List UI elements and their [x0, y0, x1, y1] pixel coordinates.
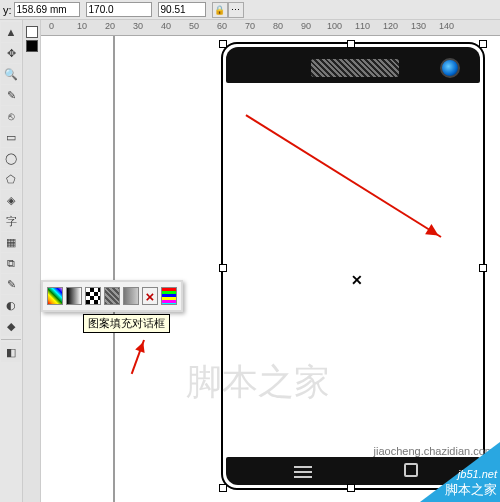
zoom-tool-icon[interactable]: 🔍: [1, 64, 21, 84]
basic-shapes-tool-icon[interactable]: ◈: [1, 190, 21, 210]
freehand-tool-icon[interactable]: ✎: [1, 85, 21, 105]
camera-icon: [440, 58, 460, 78]
color-swatch-white[interactable]: [26, 26, 38, 38]
color-docker-button[interactable]: [161, 287, 177, 305]
no-fill-button[interactable]: ×: [142, 287, 158, 305]
ruler-label: 130: [411, 21, 426, 31]
ruler-label: 30: [133, 21, 143, 31]
color-swatch-black[interactable]: [26, 40, 38, 52]
selection-handle[interactable]: [479, 264, 487, 272]
selection-handle[interactable]: [347, 484, 355, 492]
texture-fill-button[interactable]: [104, 287, 120, 305]
property-bar: y: 🔒 ⋯: [0, 0, 500, 20]
corner-main: 脚本之家: [445, 481, 497, 499]
canvas[interactable]: ✕ 脚本之家 jiaocheng.chazidian.com jb51.net …: [41, 36, 500, 502]
rectangle-tool-icon[interactable]: ▭: [1, 127, 21, 147]
ruler-label: 10: [77, 21, 87, 31]
uniform-fill-button[interactable]: [47, 287, 63, 305]
outline-tool-icon[interactable]: ◐: [1, 295, 21, 315]
ruler-label: 50: [189, 21, 199, 31]
object-center-icon: ✕: [351, 272, 363, 288]
annotation-arrow-icon: [131, 340, 145, 375]
obj-width-input[interactable]: [86, 2, 152, 17]
fountain-fill-button[interactable]: [66, 287, 82, 305]
text-tool-icon[interactable]: 字: [1, 211, 21, 231]
color-strip: [23, 20, 41, 502]
obj-options-button[interactable]: ⋯: [228, 2, 244, 18]
selection-handle[interactable]: [219, 264, 227, 272]
selection-handle[interactable]: [219, 484, 227, 492]
interactive-fill-tool-icon[interactable]: ◧: [1, 342, 21, 362]
lock-ratio-button[interactable]: 🔒: [212, 2, 228, 18]
pos-y-label: y:: [3, 4, 12, 16]
ruler-label: 110: [355, 21, 370, 31]
selection-handle[interactable]: [479, 40, 487, 48]
ruler-label: 80: [273, 21, 283, 31]
ruler-label: 70: [245, 21, 255, 31]
canvas-host: 0 10 20 30 40 50 60 70 80 90 100 110 120…: [41, 20, 500, 502]
watermark-text: 脚本之家: [186, 358, 466, 407]
page-edge: [113, 36, 115, 502]
ruler-label: 60: [217, 21, 227, 31]
ruler-label: 120: [383, 21, 398, 31]
artwork-phone[interactable]: ✕: [221, 42, 485, 490]
polygon-tool-icon[interactable]: ⬠: [1, 169, 21, 189]
home-icon: [404, 463, 418, 477]
tooltip: 图案填充对话框: [83, 314, 170, 333]
pos-y-input[interactable]: [14, 2, 80, 17]
ruler-label: 0: [49, 21, 54, 31]
shape-tool-icon[interactable]: ✥: [1, 43, 21, 63]
ellipse-tool-icon[interactable]: ◯: [1, 148, 21, 168]
menu-icon: [294, 466, 312, 478]
blend-tool-icon[interactable]: ⧉: [1, 253, 21, 273]
fill-tool-flyout[interactable]: ×: [41, 280, 183, 312]
toolbox: ▲ ✥ 🔍 ✎ ⎋ ▭ ◯ ⬠ ◈ 字 ▦ ⧉ ✎ ◐ ◆ ◧: [0, 20, 23, 502]
table-tool-icon[interactable]: ▦: [1, 232, 21, 252]
phone-top-bar: [226, 47, 480, 83]
postscript-fill-button[interactable]: [123, 287, 139, 305]
smart-draw-tool-icon[interactable]: ⎋: [1, 106, 21, 126]
pattern-fill-button[interactable]: [85, 287, 101, 305]
ruler-label: 40: [161, 21, 171, 31]
ruler-label: 140: [439, 21, 454, 31]
ruler-label: 20: [105, 21, 115, 31]
ruler-label: 100: [327, 21, 342, 31]
fill-tool-icon[interactable]: ◆: [1, 316, 21, 336]
corner-sub: jb51.net: [458, 468, 497, 480]
toolbox-separator: [1, 339, 21, 340]
scale-pct-input[interactable]: [158, 2, 206, 17]
selection-handle[interactable]: [347, 40, 355, 48]
horizontal-ruler: 0 10 20 30 40 50 60 70 80 90 100 110 120…: [41, 20, 500, 36]
ruler-label: 90: [301, 21, 311, 31]
speaker-grille: [311, 59, 399, 77]
pick-tool-icon[interactable]: ▲: [1, 22, 21, 42]
eyedropper-tool-icon[interactable]: ✎: [1, 274, 21, 294]
selection-handle[interactable]: [219, 40, 227, 48]
